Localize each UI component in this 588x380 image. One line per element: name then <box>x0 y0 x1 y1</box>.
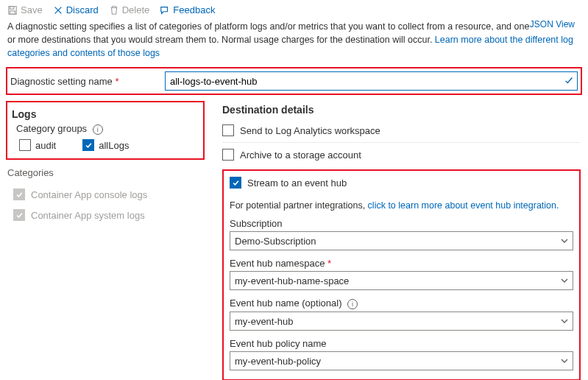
cat-label: Container App system logs <box>31 210 145 221</box>
feedback-label: Feedback <box>173 4 215 15</box>
delete-icon <box>109 5 119 15</box>
eh-note-prefix: For potential partner integrations, <box>230 200 368 211</box>
dest-storage-row[interactable]: Archive to a storage account <box>222 143 581 166</box>
delete-label: Delete <box>122 4 150 15</box>
discard-button[interactable]: Discard <box>53 4 99 15</box>
eh-note-link[interactable]: click to learn more about event hub inte… <box>368 200 559 211</box>
svg-rect-2 <box>10 10 15 13</box>
cat-checkbox <box>13 189 25 200</box>
save-label: Save <box>21 4 43 15</box>
category-item: Container App console logs <box>6 184 205 205</box>
chevron-down-icon <box>561 317 568 325</box>
close-icon <box>53 5 63 15</box>
alllogs-checkbox[interactable] <box>82 139 94 151</box>
logs-title: Logs <box>12 108 199 120</box>
namespace-select[interactable]: my-event-hub-name-space <box>230 271 573 290</box>
audit-label: audit <box>35 140 56 151</box>
discard-label: Discard <box>66 4 99 15</box>
dest-storage-label: Archive to a storage account <box>240 149 361 161</box>
namespace-value: my-event-hub-name-space <box>235 275 349 286</box>
alllogs-checkbox-wrap[interactable]: allLogs <box>82 139 129 151</box>
policy-select[interactable]: my-event-hub-policy <box>230 351 573 370</box>
category-item: Container App system logs <box>6 205 205 225</box>
audit-checkbox-wrap[interactable]: audit <box>19 139 56 151</box>
categories-label: Categories <box>7 167 205 178</box>
setting-name-row: Diagnostic setting name * <box>6 67 582 95</box>
category-groups-label: Category groups <box>16 123 87 134</box>
chevron-down-icon <box>561 237 568 244</box>
policy-label: Event hub policy name <box>230 338 573 349</box>
subscription-select[interactable]: Demo-Subscription <box>230 231 573 250</box>
dest-eventhub-row[interactable]: Stream to an event hub <box>230 175 573 194</box>
save-button[interactable]: Save <box>7 4 43 15</box>
setting-name-label: Diagnostic setting name <box>10 76 113 87</box>
subscription-value: Demo-Subscription <box>235 236 316 247</box>
alllogs-label: allLogs <box>99 140 129 151</box>
cat-label: Container App console logs <box>31 189 147 200</box>
delete-button[interactable]: Delete <box>109 4 150 15</box>
dest-eventhub-checkbox[interactable] <box>230 177 241 189</box>
dest-law-label: Send to Log Analytics workspace <box>240 125 380 136</box>
dest-law-row[interactable]: Send to Log Analytics workspace <box>222 119 581 143</box>
ehname-value: my-event-hub <box>235 316 293 327</box>
logs-group-box: Logs Category groups i audit allLogs <box>6 101 205 160</box>
dest-storage-checkbox[interactable] <box>222 149 234 161</box>
dest-eventhub-label: Stream to an event hub <box>247 177 347 189</box>
required-indicator: * <box>115 76 118 87</box>
setting-name-input[interactable] <box>169 75 564 88</box>
namespace-label: Event hub namespace <box>230 258 325 269</box>
save-icon <box>7 5 18 15</box>
chevron-down-icon <box>561 357 568 365</box>
feedback-icon <box>160 5 170 15</box>
info-icon[interactable]: i <box>347 299 358 309</box>
feedback-button[interactable]: Feedback <box>160 4 215 15</box>
policy-value: my-event-hub-policy <box>235 356 321 367</box>
ehname-label: Event hub name (optional) <box>230 298 341 309</box>
dest-law-checkbox[interactable] <box>222 124 234 136</box>
json-view-link[interactable]: JSON View <box>530 18 575 31</box>
destination-title: Destination details <box>222 104 581 116</box>
svg-rect-1 <box>10 6 14 9</box>
chevron-down-icon <box>561 277 568 284</box>
info-icon[interactable]: i <box>93 124 103 135</box>
cat-checkbox <box>13 209 25 221</box>
required-indicator: * <box>327 258 331 269</box>
check-ok-icon <box>564 75 574 88</box>
ehname-select[interactable]: my-event-hub <box>230 312 573 331</box>
audit-checkbox[interactable] <box>19 139 31 151</box>
event-hub-box: Stream to an event hub For potential par… <box>222 169 581 380</box>
subscription-label: Subscription <box>230 218 573 229</box>
setting-name-input-wrap[interactable] <box>165 71 578 91</box>
